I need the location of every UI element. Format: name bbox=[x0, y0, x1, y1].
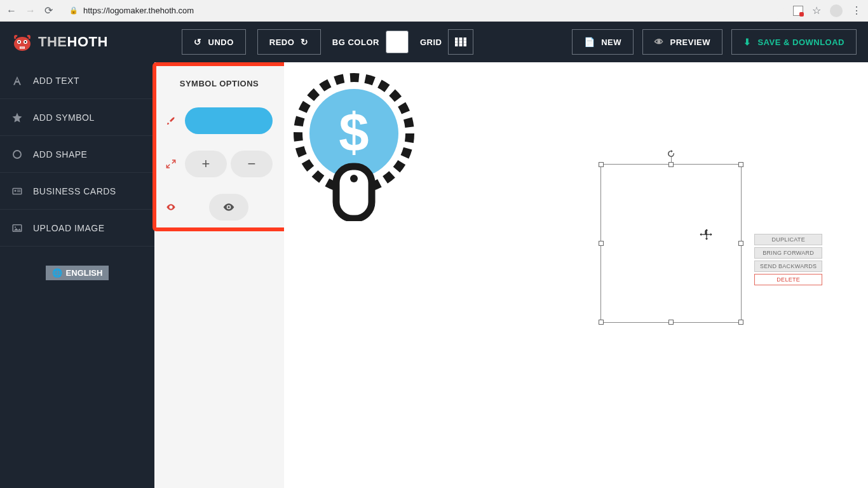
bookmark-star-icon[interactable]: ☆ bbox=[812, 4, 821, 17]
brand-mascot-icon bbox=[11, 31, 33, 53]
svg-rect-22 bbox=[17, 191, 20, 192]
selected-symbol-graphic[interactable]: $ bbox=[290, 64, 417, 221]
svg-point-30 bbox=[350, 175, 358, 182]
svg-rect-13 bbox=[459, 41, 462, 43]
brush-icon bbox=[166, 116, 176, 126]
redo-label: REDO bbox=[269, 37, 295, 47]
visibility-toggle-button[interactable] bbox=[209, 194, 248, 220]
grid-label: GRID bbox=[420, 37, 442, 47]
text-a-icon bbox=[11, 75, 23, 86]
document-icon: 📄 bbox=[584, 37, 595, 47]
plus-label: + bbox=[202, 156, 210, 172]
svg-rect-14 bbox=[464, 41, 466, 43]
svg-point-25 bbox=[227, 206, 229, 208]
browser-back-icon[interactable]: ← bbox=[6, 5, 17, 17]
bg-color-label: BG COLOR bbox=[332, 37, 379, 47]
grid-icon bbox=[455, 37, 466, 46]
browser-forward-icon[interactable]: → bbox=[25, 5, 36, 17]
options-title: SYMBOL OPTIONS bbox=[166, 79, 273, 88]
rotation-handle[interactable] bbox=[668, 151, 674, 157]
brand-logo[interactable]: THEHOTH bbox=[11, 31, 145, 53]
save-download-label: SAVE & DOWNLOAD bbox=[757, 37, 844, 47]
brand-hoth: HOTH bbox=[67, 34, 108, 50]
svg-rect-9 bbox=[455, 37, 458, 40]
ctx-delete-button[interactable]: DELETE bbox=[754, 274, 822, 285]
browser-reload-icon[interactable]: ⟳ bbox=[44, 4, 53, 17]
language-selector[interactable]: 🌐 ENGLISH bbox=[46, 266, 109, 280]
undo-label: UNDO bbox=[208, 37, 234, 47]
svg-text:$: $ bbox=[339, 102, 369, 163]
new-button[interactable]: 📄 NEW bbox=[572, 29, 634, 55]
browser-menu-icon[interactable]: ⋮ bbox=[851, 4, 862, 17]
resize-handle-bm[interactable] bbox=[668, 320, 674, 325]
save-download-button[interactable]: ⬇ SAVE & DOWNLOAD bbox=[731, 29, 857, 55]
ctx-bring-forward-button[interactable]: BRING FORWARD bbox=[754, 247, 822, 259]
circle-icon bbox=[11, 149, 23, 160]
nav-upload-image[interactable]: UPLOAD IMAGE bbox=[0, 210, 154, 247]
symbol-color-swatch[interactable] bbox=[185, 107, 273, 134]
resize-handle-bl[interactable] bbox=[599, 320, 604, 325]
svg-point-4 bbox=[25, 41, 27, 43]
nav-add-shape[interactable]: ADD SHAPE bbox=[0, 136, 154, 173]
resize-handle-tr[interactable] bbox=[738, 162, 743, 167]
resize-handle-tl[interactable] bbox=[599, 162, 604, 167]
eye-red-icon bbox=[166, 202, 176, 212]
profile-avatar-icon[interactable] bbox=[830, 4, 843, 17]
svg-rect-17 bbox=[464, 44, 466, 46]
size-increase-button[interactable]: + bbox=[185, 151, 227, 177]
nav-item-label: BUSINESS CARDS bbox=[33, 186, 116, 196]
svg-rect-21 bbox=[17, 189, 20, 190]
svg-rect-10 bbox=[459, 37, 462, 40]
resize-handle-mr[interactable] bbox=[738, 241, 743, 246]
ctx-send-backwards-button[interactable]: SEND BACKWARDS bbox=[754, 261, 822, 272]
image-icon bbox=[11, 222, 23, 234]
browser-right-controls: ☆ ⋮ bbox=[793, 4, 862, 17]
preview-label: PREVIEW bbox=[670, 37, 710, 47]
redo-icon: ↻ bbox=[301, 37, 309, 47]
browser-address-bar[interactable]: 🔒 https://logomaker.thehoth.com bbox=[62, 3, 784, 19]
undo-icon: ↺ bbox=[194, 37, 202, 47]
size-decrease-button[interactable]: − bbox=[231, 151, 273, 177]
lock-icon: 🔒 bbox=[69, 6, 78, 15]
app-topbar: THEHOTH ↺ UNDO REDO ↻ BG COLOR GRID 📄 NE… bbox=[0, 22, 868, 62]
nav-add-symbol[interactable]: ADD SYMBOL bbox=[0, 99, 154, 136]
nav-item-label: ADD SHAPE bbox=[33, 149, 87, 159]
download-icon: ⬇ bbox=[743, 37, 752, 47]
minus-label: − bbox=[248, 156, 256, 172]
canvas[interactable]: $ DUPLICATE BRING FORWARD S bbox=[284, 62, 868, 488]
options-panel: SYMBOL OPTIONS + − bbox=[154, 62, 284, 488]
bg-color-swatch[interactable] bbox=[386, 30, 409, 53]
nav-item-label: ADD SYMBOL bbox=[33, 112, 95, 123]
resize-handle-ml[interactable] bbox=[599, 241, 604, 246]
resize-handle-tm[interactable] bbox=[668, 162, 674, 167]
nav-item-label: UPLOAD IMAGE bbox=[33, 223, 105, 233]
resize-handle-br[interactable] bbox=[738, 320, 743, 325]
nav-item-label: ADD TEXT bbox=[33, 76, 79, 86]
svg-rect-11 bbox=[464, 37, 466, 40]
svg-rect-16 bbox=[459, 44, 462, 46]
undo-button[interactable]: ↺ UNDO bbox=[182, 29, 246, 55]
brand-name: THEHOTH bbox=[38, 34, 108, 50]
nav-add-text[interactable]: ADD TEXT bbox=[0, 62, 154, 99]
browser-url: https://logomaker.thehoth.com bbox=[83, 6, 194, 15]
preview-button[interactable]: 👁 PREVIEW bbox=[642, 29, 722, 55]
svg-rect-12 bbox=[455, 41, 458, 43]
option-size-row: + − bbox=[166, 151, 273, 177]
left-nav: ADD TEXT ADD SYMBOL ADD SHAPE BUSINESS C… bbox=[0, 62, 154, 488]
svg-rect-29 bbox=[336, 166, 372, 219]
grid-toggle-button[interactable] bbox=[448, 29, 473, 55]
svg-point-20 bbox=[15, 189, 17, 191]
option-color-row bbox=[166, 107, 273, 134]
eye-icon bbox=[222, 203, 235, 212]
selection-bounding-box[interactable] bbox=[600, 164, 742, 323]
svg-point-24 bbox=[15, 226, 16, 227]
extension-icon[interactable] bbox=[793, 6, 803, 16]
app-body: ADD TEXT ADD SYMBOL ADD SHAPE BUSINESS C… bbox=[0, 62, 868, 488]
ctx-duplicate-button[interactable]: DUPLICATE bbox=[754, 234, 822, 245]
nav-business-cards[interactable]: BUSINESS CARDS bbox=[0, 173, 154, 210]
id-card-icon bbox=[11, 186, 23, 197]
redo-button[interactable]: REDO ↻ bbox=[257, 29, 321, 55]
eye-icon: 👁 bbox=[654, 37, 664, 47]
resize-icon bbox=[166, 159, 176, 169]
brand-the: THE bbox=[38, 34, 67, 50]
